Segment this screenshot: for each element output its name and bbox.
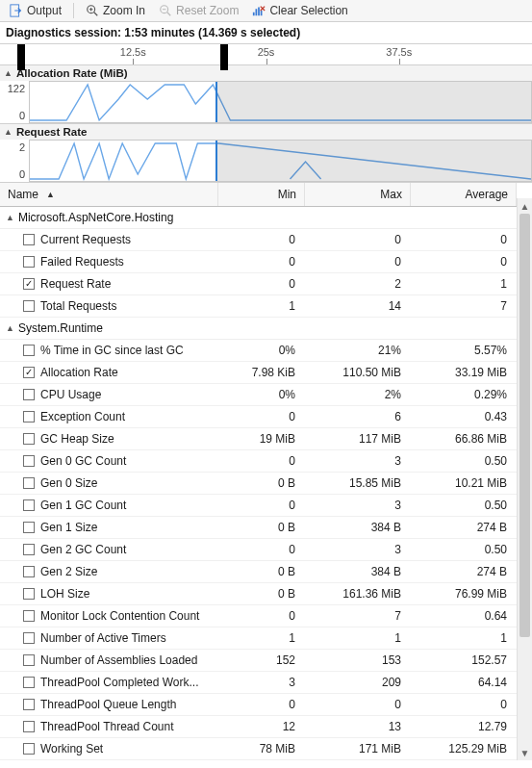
checkbox[interactable]	[23, 654, 35, 666]
checkbox[interactable]	[23, 499, 35, 511]
metric-avg: 0	[411, 251, 517, 272]
group-row[interactable]: ▲System.Runtime	[0, 318, 517, 340]
metric-max: 0	[305, 251, 411, 272]
table-row[interactable]: Allocation Rate7.98 KiB110.50 MiB33.19 M…	[0, 362, 517, 384]
checkbox[interactable]	[23, 367, 35, 378]
clear-selection-label: Clear Selection	[269, 4, 347, 17]
table-row[interactable]: % Time in GC since last GC0%21%5.57%	[0, 340, 517, 362]
checkbox[interactable]	[23, 566, 35, 577]
axis-min: 0	[19, 110, 25, 121]
checkbox[interactable]	[23, 699, 35, 710]
metric-name: LOH Size	[40, 587, 89, 601]
checkbox[interactable]	[23, 544, 35, 555]
metric-max: 161.36 MiB	[305, 583, 411, 604]
checkbox[interactable]	[23, 455, 35, 467]
table-row[interactable]: Gen 0 Size0 B15.85 MiB10.21 MiB	[0, 473, 517, 495]
table-row[interactable]: Monitor Lock Contention Count070.64	[0, 605, 517, 627]
col-header-name[interactable]: Name ▲	[0, 183, 218, 206]
metric-name: Number of Active Timers	[40, 631, 166, 645]
table-row[interactable]: Gen 1 Size0 B384 B274 B	[0, 517, 517, 539]
table-row[interactable]: Exception Count060.43	[0, 406, 517, 428]
table-row[interactable]: ThreadPool Queue Length000	[0, 694, 517, 716]
chart-title-row[interactable]: ▲ Request Rate	[0, 124, 532, 140]
scroll-down-icon[interactable]: ▼	[518, 745, 532, 760]
col-header-min[interactable]: Min	[218, 183, 305, 206]
checkbox[interactable]	[23, 721, 35, 732]
scroll-thumb[interactable]	[519, 214, 530, 637]
table-row[interactable]: Current Requests000	[0, 229, 517, 251]
collapse-icon: ▲	[6, 213, 14, 222]
metric-max: 110.50 MiB	[305, 362, 411, 383]
metric-min: 152	[218, 650, 305, 671]
metric-name: Gen 0 Size	[40, 476, 97, 490]
metric-min: 0	[218, 406, 305, 427]
metric-max: 15.85 MiB	[305, 473, 411, 494]
timeline-ruler[interactable]: 12.5s 25s 37.5s	[0, 44, 532, 65]
collapse-icon: ▲	[4, 68, 13, 78]
table-row[interactable]: Gen 2 GC Count030.50	[0, 539, 517, 561]
vertical-scrollbar[interactable]: ▲ ▼	[517, 198, 532, 760]
chart-plot-area[interactable]	[29, 140, 532, 182]
table-row[interactable]: Number of Assemblies Loaded152153152.57	[0, 650, 517, 672]
table-row[interactable]: Gen 0 GC Count030.50	[0, 450, 517, 473]
metric-max: 384 B	[305, 561, 411, 582]
metric-avg: 33.19 MiB	[411, 362, 517, 383]
metric-max: 0	[305, 229, 411, 250]
chart-title-text: Allocation Rate (MiB)	[16, 67, 128, 79]
metric-min: 0	[218, 229, 305, 250]
table-row[interactable]: Number of Active Timers111	[0, 627, 517, 650]
group-row[interactable]: ▲Microsoft.AspNetCore.Hosting	[0, 207, 517, 229]
table-row[interactable]: ThreadPool Completed Work...320964.14	[0, 672, 517, 694]
checkbox[interactable]	[23, 522, 35, 533]
checkbox[interactable]	[23, 677, 35, 688]
checkbox[interactable]	[23, 278, 35, 290]
checkbox[interactable]	[23, 389, 35, 400]
checkbox[interactable]	[23, 433, 35, 445]
checkbox[interactable]	[23, 588, 35, 600]
checkbox[interactable]	[23, 477, 35, 489]
metric-name: Gen 2 GC Count	[40, 543, 126, 556]
metric-min: 7.98 KiB	[218, 362, 305, 383]
clear-selection-button[interactable]: Clear Selection	[246, 2, 353, 19]
checkbox[interactable]	[23, 411, 35, 422]
table-row[interactable]: Gen 1 GC Count030.50	[0, 495, 517, 517]
chart-title-row[interactable]: ▲ Allocation Rate (MiB)	[0, 65, 532, 81]
output-button[interactable]: Output	[4, 2, 67, 19]
zoom-out-icon	[159, 4, 172, 17]
checkbox[interactable]	[23, 234, 35, 245]
toolbar: Output Zoom In Reset Zoom Clear Selectio…	[0, 0, 532, 22]
checkbox[interactable]	[23, 256, 35, 268]
checkbox[interactable]	[23, 743, 35, 755]
checkbox[interactable]	[23, 345, 35, 356]
chart-plot-area[interactable]	[29, 81, 532, 123]
table-row[interactable]: GC Heap Size19 MiB117 MiB66.86 MiB	[0, 428, 517, 450]
metric-avg: 0.43	[411, 406, 517, 427]
col-header-max[interactable]: Max	[305, 183, 411, 206]
col-header-avg[interactable]: Average	[411, 183, 517, 206]
sort-asc-icon: ▲	[46, 190, 55, 199]
scroll-up-icon[interactable]: ▲	[518, 198, 532, 214]
tick-label: 25s	[258, 46, 275, 58]
metric-name: Allocation Rate	[40, 366, 118, 379]
scroll-track[interactable]	[518, 214, 532, 745]
table-row[interactable]: Gen 2 Size0 B384 B274 B	[0, 561, 517, 583]
metric-min: 3	[218, 672, 305, 693]
checkbox[interactable]	[23, 632, 35, 644]
axis-max: 2	[19, 141, 25, 153]
table-row[interactable]: Failed Requests000	[0, 251, 517, 273]
table-row[interactable]: ThreadPool Thread Count121312.79	[0, 716, 517, 738]
metric-min: 1	[218, 627, 305, 649]
metric-name: ThreadPool Queue Length	[40, 698, 176, 711]
checkbox[interactable]	[23, 610, 35, 622]
table-row[interactable]: Working Set78 MiB171 MiB125.29 MiB	[0, 738, 517, 760]
table-row[interactable]: Request Rate021	[0, 273, 517, 295]
table-row[interactable]: LOH Size0 B161.36 MiB76.99 MiB	[0, 583, 517, 605]
metric-max: 1	[305, 627, 411, 649]
table-row[interactable]: CPU Usage0%2%0.29%	[0, 384, 517, 406]
selection-start-handle[interactable]	[17, 44, 25, 70]
checkbox[interactable]	[23, 300, 35, 312]
metric-name: % Time in GC since last GC	[40, 344, 184, 357]
table-row[interactable]: Total Requests1147	[0, 295, 517, 318]
zoom-in-button[interactable]: Zoom In	[80, 2, 151, 19]
selection-end-handle[interactable]	[220, 44, 228, 70]
